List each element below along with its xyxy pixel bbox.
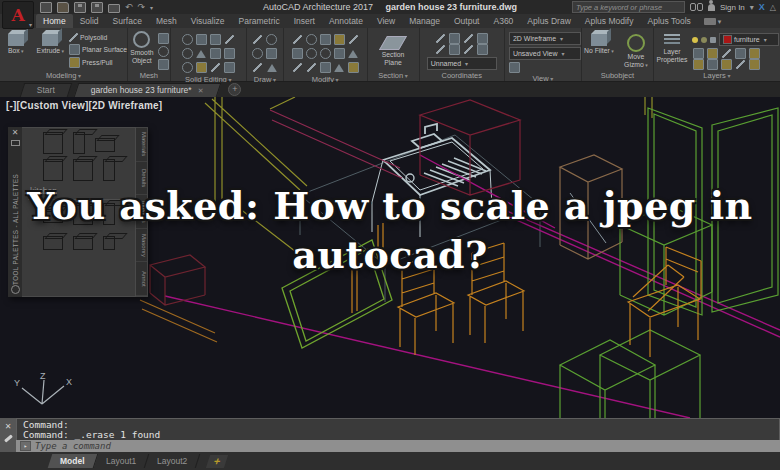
tab-surface[interactable]: Surface <box>106 14 149 28</box>
polygon-icon[interactable] <box>267 64 277 72</box>
stretch-icon[interactable] <box>292 48 303 59</box>
visual-style-dropdown[interactable]: 2D Wireframe <box>509 32 581 45</box>
arc-icon[interactable] <box>266 34 277 45</box>
tab-a360[interactable]: A360 <box>486 14 520 28</box>
panel-label-section[interactable]: Section <box>368 70 419 81</box>
search-input[interactable] <box>572 1 685 13</box>
interfere-icon[interactable] <box>210 34 221 45</box>
separate-icon[interactable] <box>224 62 235 73</box>
ucs-icon[interactable] <box>436 34 445 43</box>
layer-off-icon[interactable] <box>693 59 704 70</box>
tab-layout1[interactable]: Layout1 <box>93 454 149 468</box>
undo-icon[interactable]: ↶ <box>125 3 133 12</box>
close-tab-icon[interactable]: ✕ <box>197 84 203 97</box>
cabinet-tool-icon[interactable] <box>43 132 63 154</box>
move-icon[interactable] <box>293 35 302 44</box>
tab-output[interactable]: Output <box>447 14 487 28</box>
tab-active-drawing[interactable]: garden house 23 furniture*✕ <box>74 83 221 97</box>
tab-parametric[interactable]: Parametric <box>232 14 287 28</box>
search-icon[interactable] <box>690 3 703 11</box>
ucs-face-icon[interactable] <box>464 45 473 54</box>
layer-unisolate-icon[interactable] <box>735 48 746 59</box>
sink-tool-icon[interactable] <box>95 138 115 152</box>
panel-tool-icon[interactable] <box>103 159 115 181</box>
polyline-icon[interactable] <box>253 63 262 72</box>
tall-cabinet-tool-icon[interactable] <box>73 132 85 154</box>
sign-in-button[interactable]: Sign In <box>720 3 745 12</box>
panel-label-mesh[interactable]: Mesh <box>128 70 170 81</box>
layer-dropdown[interactable]: furniture <box>719 33 779 46</box>
base-cabinet-tool-icon[interactable] <box>43 159 63 181</box>
ucs-z-icon[interactable] <box>449 44 460 55</box>
qat-dropdown-icon[interactable]: ▾ <box>150 4 153 11</box>
save-icon[interactable] <box>74 2 86 13</box>
panel-label-modeling[interactable]: Modeling <box>0 70 127 81</box>
palette-tab-materials[interactable]: Materials <box>136 128 147 162</box>
layer-lock-icon[interactable] <box>710 37 716 43</box>
tab-manage[interactable]: Manage <box>402 14 447 28</box>
new-layout-icon[interactable]: + <box>206 455 229 468</box>
ucs-origin-icon[interactable] <box>477 33 488 44</box>
layer-merge-icon[interactable] <box>736 60 745 69</box>
tab-model[interactable]: Model <box>48 454 98 468</box>
tab-view[interactable]: View <box>370 14 402 28</box>
new-drawing-icon[interactable]: + <box>228 83 241 96</box>
layer-isolate-icon[interactable] <box>722 49 731 58</box>
command-customize-icon[interactable] <box>4 434 13 442</box>
offset-icon[interactable] <box>320 62 331 73</box>
ucs-y-icon[interactable] <box>436 45 445 54</box>
extract-edges-icon[interactable] <box>210 48 221 59</box>
tab-visualize[interactable]: Visualize <box>184 14 232 28</box>
ucs-x-icon[interactable] <box>464 34 473 43</box>
tab-aplus-draw[interactable]: Aplus Draw <box>520 14 577 28</box>
tab-aplus-modify[interactable]: Aplus Modify <box>578 14 641 28</box>
saved-view-dropdown[interactable]: Unsaved View <box>509 47 581 60</box>
tab-aplus-tools[interactable]: Aplus Tools <box>640 14 697 28</box>
command-close-icon[interactable]: ✕ <box>5 423 12 431</box>
rotate-icon[interactable] <box>306 34 317 45</box>
slice-icon[interactable] <box>196 34 207 45</box>
ucs-name-dropdown[interactable]: Unnamed <box>427 57 497 70</box>
extrude-button[interactable]: Extrude <box>35 31 67 55</box>
rectangle-icon[interactable] <box>266 48 277 59</box>
tab-annotate[interactable]: Annotate <box>322 14 370 28</box>
open-file-icon[interactable] <box>57 2 69 13</box>
viewport-config-icon[interactable] <box>509 62 520 73</box>
viewport-controls-label[interactable]: [-][Custom View][2D Wireframe] <box>6 100 162 111</box>
taper-faces-icon[interactable] <box>196 50 206 58</box>
tab-insert[interactable]: Insert <box>287 14 322 28</box>
plot-icon[interactable] <box>108 4 120 13</box>
layer-on-icon[interactable] <box>692 37 698 43</box>
palette-properties-icon[interactable] <box>11 285 20 294</box>
mesh-refine-icon[interactable] <box>158 46 169 57</box>
model-viewport[interactable]: [-][Custom View][2D Wireframe] ✕ TOOL PA… <box>0 97 780 418</box>
chamfer-icon[interactable] <box>348 50 358 58</box>
sign-in-dropdown-icon[interactable]: ▾ <box>750 3 754 12</box>
shell-icon[interactable] <box>224 48 235 59</box>
no-filter-button[interactable]: No Filter <box>582 31 616 55</box>
fillet-edge-icon[interactable] <box>225 35 234 44</box>
new-file-icon[interactable] <box>40 2 52 13</box>
box-button[interactable]: Box <box>0 31 32 55</box>
offset-edge-icon[interactable] <box>211 63 220 72</box>
fillet-icon[interactable] <box>334 48 345 59</box>
layer-delete-icon[interactable] <box>749 59 760 70</box>
tab-mesh[interactable]: Mesh <box>149 14 184 28</box>
press-pull-button[interactable]: Press/Pull <box>69 57 113 68</box>
planar-surface-button[interactable]: Planar Surface <box>69 44 127 55</box>
app-manager-icon[interactable]: △ <box>770 3 776 12</box>
layer-unlock-icon[interactable] <box>721 59 732 70</box>
mesh-tool-icon[interactable] <box>158 33 169 44</box>
mesh-crease-icon[interactable] <box>158 59 169 70</box>
layer-properties-button[interactable]: Layer Properties <box>655 31 689 64</box>
array-icon[interactable] <box>320 48 331 59</box>
panel-label-layers[interactable]: Layers <box>654 70 780 81</box>
panel-label-coordinates[interactable]: Coordinates <box>420 70 504 81</box>
imprint-icon[interactable] <box>196 62 207 73</box>
align-icon[interactable] <box>334 64 344 72</box>
tab-solid[interactable]: Solid <box>73 14 106 28</box>
palette-close-icon[interactable]: ✕ <box>12 129 19 137</box>
corner-cabinet-tool-icon[interactable] <box>73 159 93 181</box>
mirror-icon[interactable] <box>349 35 358 44</box>
section-plane-button[interactable]: Section Plane <box>376 31 410 67</box>
